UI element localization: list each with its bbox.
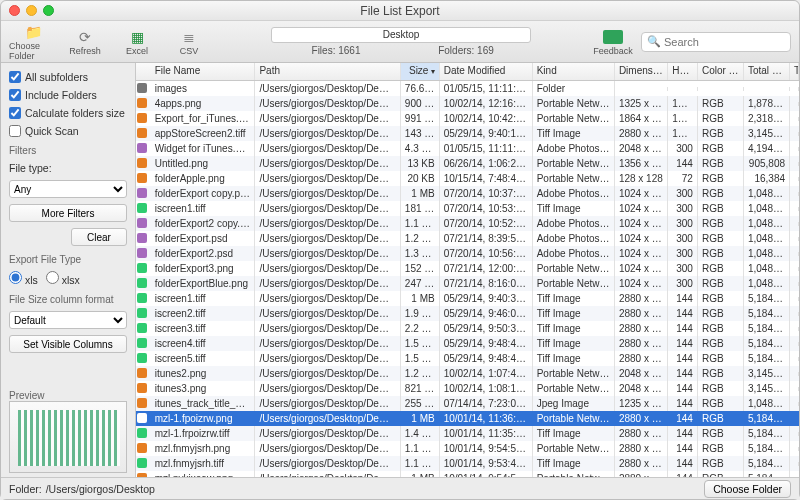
sidebar: All subfolders Include Folders Calculate…: [1, 63, 136, 477]
filesize-format-select[interactable]: Default: [9, 311, 127, 329]
table-row[interactable]: Widget for iTunes.psd/Users/giorgos/Desk…: [136, 141, 799, 156]
col-path[interactable]: Path: [255, 63, 400, 80]
table-row[interactable]: folderExport3.png/Users/giorgos/Desktop/…: [136, 261, 799, 276]
table-row[interactable]: mzl.fnmyjsrh.tiff/Users/giorgos/Desktop/…: [136, 456, 799, 471]
table-body[interactable]: images/Users/giorgos/Desktop/DemoFolder/…: [136, 81, 799, 477]
files-count: Files: 1661: [271, 45, 401, 56]
current-folder-display: Desktop: [271, 27, 531, 43]
table-row[interactable]: iscreen3.tiff/Users/giorgos/Desktop/Demo…: [136, 321, 799, 336]
table-row[interactable]: folderExport2.psd/Users/giorgos/Desktop/…: [136, 246, 799, 261]
col-size[interactable]: Size: [401, 63, 440, 80]
close-icon[interactable]: [9, 5, 20, 16]
col-height[interactable]: Height: [668, 63, 698, 80]
col-title[interactable]: Title: [790, 63, 799, 80]
feedback-icon: [602, 28, 624, 46]
choose-folder-label: Choose Folder: [9, 41, 57, 61]
table-row[interactable]: Export_for_iTunes.png/Users/giorgos/Desk…: [136, 111, 799, 126]
csv-label: CSV: [180, 46, 199, 56]
titlebar: File List Export: [1, 1, 799, 21]
table-row[interactable]: iscreen2.tiff/Users/giorgos/Desktop/Demo…: [136, 306, 799, 321]
clear-filters-button[interactable]: Clear: [71, 228, 127, 246]
filesize-format-label: File Size column format: [9, 294, 127, 305]
set-visible-columns-button[interactable]: Set Visible Columns: [9, 335, 127, 353]
more-filters-button[interactable]: More Filters: [9, 204, 127, 222]
toolbar-info: Desktop Files: 1661 Folders: 169: [257, 27, 545, 56]
col-colorspace[interactable]: Color Space: [698, 63, 744, 80]
filters-label: Filters: [9, 145, 127, 156]
app-window: File List Export 📁 Choose Folder ⟳ Refre…: [0, 0, 800, 500]
table-row[interactable]: 4apps.png/Users/giorgos/Desktop/DemoFold…: [136, 96, 799, 111]
table-row[interactable]: itunes3.png/Users/giorgos/Desktop/DemoFo…: [136, 381, 799, 396]
refresh-label: Refresh: [69, 46, 101, 56]
refresh-button[interactable]: ⟳ Refresh: [61, 28, 109, 56]
quick-scan-checkbox[interactable]: Quick Scan: [9, 125, 127, 137]
csv-icon: ≣: [178, 28, 200, 46]
feedback-label: Feedback: [593, 46, 633, 56]
folder-icon: 📁: [22, 23, 44, 41]
preview-label: Preview: [9, 390, 127, 401]
xls-radio[interactable]: xls: [9, 271, 38, 286]
table-row[interactable]: Untitled.png/Users/giorgos/Desktop/DemoF…: [136, 156, 799, 171]
refresh-icon: ⟳: [74, 28, 96, 46]
all-subfolders-checkbox[interactable]: All subfolders: [9, 71, 127, 83]
excel-button[interactable]: ▦ Excel: [113, 28, 161, 56]
col-totalpixels[interactable]: Total Pixels: [744, 63, 790, 80]
file-type-label: File type:: [9, 162, 127, 174]
col-dimensions[interactable]: Dimensions: [615, 63, 668, 80]
csv-button[interactable]: ≣ CSV: [165, 28, 213, 56]
zoom-icon[interactable]: [43, 5, 54, 16]
export-filetype-label: Export File Type: [9, 254, 127, 265]
col-icon[interactable]: [136, 63, 151, 80]
footer-folder-path: /Users/giorgos/Desktop: [46, 483, 155, 495]
xlsx-radio[interactable]: xlsx: [46, 271, 80, 286]
file-table: File Name Path Size Date Modified Kind D…: [136, 63, 799, 477]
table-row[interactable]: mzl.fnmyjsrh.png/Users/giorgos/Desktop/D…: [136, 441, 799, 456]
table-row[interactable]: folderExport.psd/Users/giorgos/Desktop/D…: [136, 231, 799, 246]
table-row[interactable]: folderApple.png/Users/giorgos/Desktop/De…: [136, 171, 799, 186]
table-row[interactable]: images/Users/giorgos/Desktop/DemoFolder/…: [136, 81, 799, 96]
table-row[interactable]: mzl-1.frpoizrw.tiff/Users/giorgos/Deskto…: [136, 426, 799, 441]
choose-folder-button[interactable]: 📁 Choose Folder: [9, 23, 57, 61]
feedback-button[interactable]: Feedback: [589, 28, 637, 56]
table-row[interactable]: iscreen4.tiff/Users/giorgos/Desktop/Demo…: [136, 336, 799, 351]
table-row[interactable]: itunes_track_title_export.jpg/Users/gior…: [136, 396, 799, 411]
excel-icon: ▦: [126, 28, 148, 46]
toolbar: 📁 Choose Folder ⟳ Refresh ▦ Excel ≣ CSV …: [1, 21, 799, 63]
footer-folder-label: Folder:: [9, 483, 42, 495]
table-row[interactable]: folderExport2 copy.psd/Users/giorgos/Des…: [136, 216, 799, 231]
table-row[interactable]: iscreen1.tiff/Users/giorgos/Desktop/Demo…: [136, 291, 799, 306]
table-row[interactable]: folderExport copy.psd/Users/giorgos/Desk…: [136, 186, 799, 201]
footer-choose-folder-button[interactable]: Choose Folder: [704, 480, 791, 498]
table-header: File Name Path Size Date Modified Kind D…: [136, 63, 799, 81]
minimize-icon[interactable]: [26, 5, 37, 16]
table-row[interactable]: folderExportBlue.png/Users/giorgos/Deskt…: [136, 276, 799, 291]
folders-count: Folders: 169: [401, 45, 531, 56]
table-row[interactable]: mzl-1.fpoizrw.png/Users/giorgos/Desktop/…: [136, 411, 799, 426]
include-folders-checkbox[interactable]: Include Folders: [9, 89, 127, 101]
table-row[interactable]: itunes2.png/Users/giorgos/Desktop/DemoFo…: [136, 366, 799, 381]
footer: Folder: /Users/giorgos/Desktop Choose Fo…: [1, 477, 799, 499]
col-date[interactable]: Date Modified: [440, 63, 533, 80]
calculate-sizes-checkbox[interactable]: Calculate folders size: [9, 107, 127, 119]
col-kind[interactable]: Kind: [533, 63, 615, 80]
table-row[interactable]: iscreen1.tiff/Users/giorgos/Desktop/Demo…: [136, 201, 799, 216]
table-row[interactable]: appStoreScreen2.tiff/Users/giorgos/Deskt…: [136, 126, 799, 141]
preview-image: [9, 401, 127, 473]
file-type-select[interactable]: Any: [9, 180, 127, 198]
col-filename[interactable]: File Name: [151, 63, 256, 80]
table-row[interactable]: iscreen5.tiff/Users/giorgos/Desktop/Demo…: [136, 351, 799, 366]
window-title: File List Export: [360, 4, 439, 18]
excel-label: Excel: [126, 46, 148, 56]
search-input[interactable]: [641, 32, 791, 52]
